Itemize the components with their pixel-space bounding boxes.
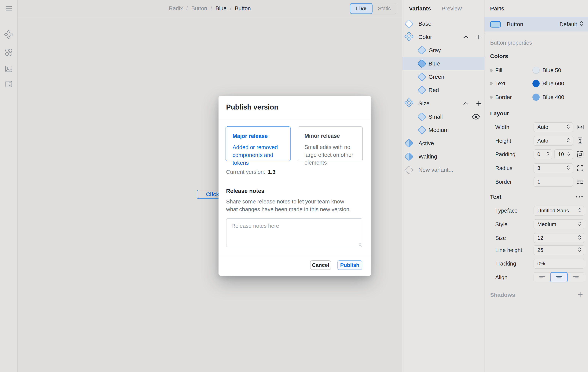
variant-row-red[interactable]: Red (402, 84, 484, 97)
align-right-button[interactable] (568, 273, 584, 282)
height-input[interactable]: Auto (534, 136, 573, 146)
variant-label: Waiting (419, 153, 437, 160)
variant-row-waiting[interactable]: Waiting (402, 150, 484, 163)
variant-row-green[interactable]: Green (402, 70, 484, 84)
variant-row-gray[interactable]: Gray (402, 44, 484, 57)
align-left-button[interactable] (534, 273, 550, 282)
align-label: Align (495, 274, 508, 281)
height-constraint-icon[interactable] (576, 136, 585, 145)
radius-input[interactable]: 3 (534, 163, 573, 173)
stepper-arrows-icon[interactable] (546, 151, 549, 156)
release-notes-textarea[interactable] (226, 218, 362, 247)
add-variant-plus-icon[interactable] (476, 34, 482, 40)
variant-row-blue-selected[interactable]: Blue (402, 57, 484, 70)
variants-panel: Variants Preview Base Color Gray Blue Gr… (402, 0, 484, 372)
variant-label: Blue (429, 60, 440, 67)
variant-label: Small (429, 113, 443, 120)
add-variant-plus-icon[interactable] (476, 101, 482, 106)
current-version-row: Current version: 1.3 (226, 169, 276, 175)
property-bullet (490, 96, 493, 99)
radius-value: 3 (537, 165, 567, 171)
style-select[interactable]: Medium (534, 219, 584, 229)
border-color-swatch[interactable] (532, 94, 540, 101)
variant-row-medium[interactable]: Medium (402, 123, 484, 137)
radius-corners-icon[interactable] (576, 164, 585, 173)
width-input[interactable]: Auto (534, 122, 573, 132)
text-color-swatch[interactable] (532, 80, 540, 87)
variant-row-small[interactable]: Small (402, 110, 484, 123)
part-state-dropdown[interactable]: Default (559, 21, 583, 28)
visibility-eye-icon[interactable] (472, 114, 480, 120)
width-constraint-icon[interactable] (576, 123, 585, 131)
text-align-control (534, 272, 584, 282)
text-color-label: Text (495, 80, 505, 87)
publish-button[interactable]: Publish (337, 260, 362, 270)
radius-label: Radius (495, 165, 512, 171)
style-label: Style (495, 221, 507, 228)
padding-vertical-input[interactable]: 0 (534, 149, 552, 159)
padding-horizontal-input[interactable]: 10 (554, 149, 573, 159)
diamond-icon (417, 125, 426, 135)
stepper-arrows-icon[interactable] (578, 207, 581, 213)
border-width-input[interactable]: 1 (534, 177, 573, 187)
new-variant-label: New variant... (419, 167, 453, 173)
minor-release-title: Minor release (304, 133, 356, 139)
variant-group-icon (404, 98, 414, 109)
fill-color-value[interactable]: Blue 50 (543, 67, 561, 74)
border-color-value[interactable]: Blue 400 (543, 94, 564, 100)
align-center-button[interactable] (550, 272, 568, 282)
stepper-arrows-icon[interactable] (578, 221, 581, 227)
variant-row-active[interactable]: Active (402, 137, 484, 150)
padding-vertical-value: 0 (537, 151, 546, 157)
line-height-value: 25 (537, 247, 578, 253)
padding-icon[interactable] (576, 150, 585, 159)
variant-group-icon (404, 32, 414, 43)
border-style-icon[interactable] (576, 177, 585, 186)
cancel-button[interactable]: Cancel (310, 260, 331, 270)
parts-panel: Parts Button Default Button properties C… (484, 0, 588, 372)
tab-preview[interactable]: Preview (441, 5, 462, 12)
stepper-arrows-icon[interactable] (567, 165, 570, 170)
line-height-input[interactable]: 25 (534, 245, 584, 255)
padding-horizontal-value: 10 (558, 151, 567, 157)
collapse-chevron-icon[interactable] (463, 101, 469, 106)
stepper-arrows-icon[interactable] (567, 151, 570, 156)
textarea-resize-handle[interactable] (359, 243, 361, 246)
stepper-arrows-icon[interactable] (578, 235, 581, 240)
modal-title: Publish version (226, 103, 278, 111)
stepper-arrows-icon[interactable] (567, 124, 570, 130)
text-options-ellipsis-icon[interactable] (576, 196, 583, 197)
add-shadow-plus-icon[interactable] (578, 292, 583, 298)
variant-group-color[interactable]: Color (402, 30, 484, 44)
fill-color-swatch[interactable] (532, 67, 540, 74)
stepper-arrows-icon[interactable] (567, 137, 570, 143)
collapse-chevron-icon[interactable] (463, 35, 469, 39)
tracking-value: 0% (537, 261, 581, 267)
height-label: Height (495, 138, 511, 144)
minor-release-card[interactable]: Minor release Small edits with no large … (298, 126, 363, 161)
button-part-icon (490, 21, 501, 28)
variant-row-base[interactable]: Base (402, 17, 484, 30)
variant-label: Base (419, 21, 431, 27)
variant-label: Medium (429, 127, 449, 133)
stepper-arrows-icon[interactable] (578, 247, 581, 252)
shadows-section-title: Shadows (490, 292, 515, 298)
new-variant-row[interactable]: New variant... (402, 163, 484, 176)
typeface-value: Untitled Sans (537, 208, 578, 214)
variant-label: Active (419, 140, 434, 146)
text-color-value[interactable]: Blue 600 (543, 80, 564, 87)
font-size-input[interactable]: 12 (534, 233, 584, 243)
diamond-half-icon (404, 152, 413, 161)
tab-variants[interactable]: Variants (409, 5, 431, 12)
major-release-title: Major release (232, 133, 284, 139)
release-notes-title: Release notes (226, 188, 264, 194)
part-state-value: Default (559, 21, 577, 28)
height-value: Auto (537, 138, 567, 144)
major-release-card[interactable]: Major release Added or removed component… (226, 126, 291, 161)
font-size-label: Size (495, 235, 506, 241)
tracking-input[interactable]: 0% (534, 259, 584, 269)
part-row-button[interactable]: Button Default (484, 17, 588, 32)
part-properties-subtitle: Button properties (490, 40, 532, 46)
variant-group-size[interactable]: Size (402, 97, 484, 110)
typeface-select[interactable]: Untitled Sans (534, 206, 584, 216)
